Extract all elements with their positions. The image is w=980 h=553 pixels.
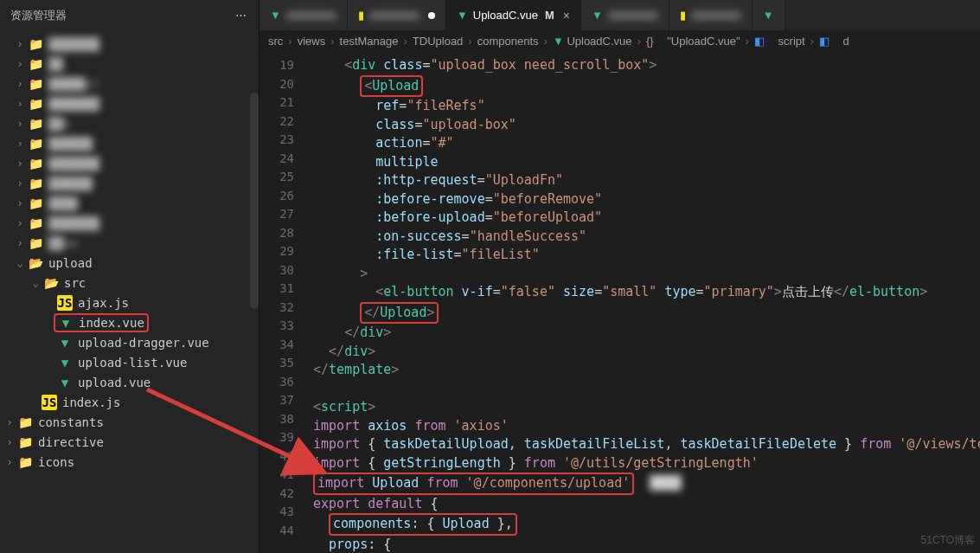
code-editor[interactable]: 19 20 21 22 23 24 25 26 27 28 29 30 31 3…: [259, 51, 980, 553]
tree-file-dragger[interactable]: ▼ upload-dragger.vue: [0, 332, 259, 352]
tree-folder[interactable]: ›📁██████: [0, 133, 259, 153]
tab[interactable]: ▮: [348, 0, 446, 30]
tree-folder[interactable]: ›📁███████: [0, 93, 259, 113]
tree-file-list[interactable]: ▼ upload-list.vue: [0, 352, 259, 372]
tree-folder[interactable]: ›📁███████: [0, 213, 259, 233]
vue-icon: ▼: [57, 355, 73, 370]
file-label: upload-dragger.vue: [78, 336, 209, 350]
vue-icon: ▼: [57, 335, 73, 350]
breadcrumb[interactable]: src› views› testManage› TDUpload› compon…: [259, 30, 980, 51]
code-content[interactable]: <div class="upload_box need_scroll_box">…: [313, 56, 980, 553]
file-label: upload.vue: [78, 376, 151, 389]
sidebar: 资源管理器 ⋯ ›📁███████ ›📁██ ›📁█████er ›📁█████…: [0, 0, 259, 553]
sidebar-header: 资源管理器 ⋯: [0, 0, 259, 30]
tab[interactable]: ▼: [753, 0, 785, 30]
tree-folder-upload[interactable]: ⌄📂 upload: [0, 253, 259, 273]
watermark: 51CTO博客: [921, 533, 975, 548]
tree-file-index-vue[interactable]: ▼ index.vue: [0, 312, 259, 332]
tree-folder[interactable]: ›📁███████: [0, 34, 259, 54]
tree-folder-src[interactable]: ⌄📂 src: [0, 273, 259, 293]
vue-icon: ▼: [457, 9, 468, 22]
modified-indicator: M: [545, 9, 554, 22]
file-label: index.vue: [79, 316, 144, 330]
scrollbar[interactable]: [250, 93, 259, 309]
tree-folder[interactable]: ›📁██ee: [0, 233, 259, 253]
tree-file-indexjs[interactable]: JS index.js: [0, 392, 259, 412]
file-label: upload-list.vue: [78, 356, 187, 370]
file-tree: ›📁███████ ›📁██ ›📁█████er ›📁███████ ›📁██n…: [0, 30, 259, 553]
tab-bar: ▼ ▮ ▼ UploadC.vue M × ▼ ▮ ▼: [259, 0, 980, 30]
tab-active[interactable]: ▼ UploadC.vue M ×: [446, 0, 581, 30]
vue-icon: ▼: [58, 315, 74, 331]
folder-label: src: [64, 276, 86, 290]
file-label: ajax.js: [78, 296, 129, 310]
tab-label: UploadC.vue: [473, 9, 538, 22]
tab[interactable]: ▼: [581, 0, 669, 30]
tree-folder[interactable]: ›📁████: [0, 193, 259, 213]
file-label: index.js: [62, 395, 120, 409]
editor-area: ▼ ▮ ▼ UploadC.vue M × ▼ ▮ ▼ src› views› …: [259, 0, 980, 553]
explorer-title: 资源管理器: [10, 8, 67, 23]
tree-folder[interactable]: ›📁█████er: [0, 74, 259, 93]
tree-folder[interactable]: ›📁constants: [0, 412, 259, 432]
tree-file-ajax[interactable]: JS ajax.js: [0, 293, 259, 312]
close-icon[interactable]: ×: [563, 9, 570, 23]
folder-label: upload: [48, 256, 93, 270]
line-gutter: 19 20 21 22 23 24 25 26 27 28 29 30 31 3…: [259, 56, 313, 553]
more-icon[interactable]: ⋯: [235, 9, 248, 22]
tree-folder[interactable]: ›📁██████: [0, 173, 259, 193]
tree-file-upload[interactable]: ▼ upload.vue: [0, 372, 259, 392]
tab[interactable]: ▮: [669, 0, 753, 30]
tree-folder[interactable]: ›📁icons: [0, 452, 259, 472]
tree-folder[interactable]: ›📁███████: [0, 153, 259, 173]
vue-icon: ▼: [57, 375, 73, 390]
tab[interactable]: ▼: [259, 0, 348, 30]
tree-folder[interactable]: ›📁██: [0, 54, 259, 74]
tree-folder[interactable]: ›📁directive: [0, 432, 259, 452]
tree-folder[interactable]: ›📁██n: [0, 113, 259, 133]
